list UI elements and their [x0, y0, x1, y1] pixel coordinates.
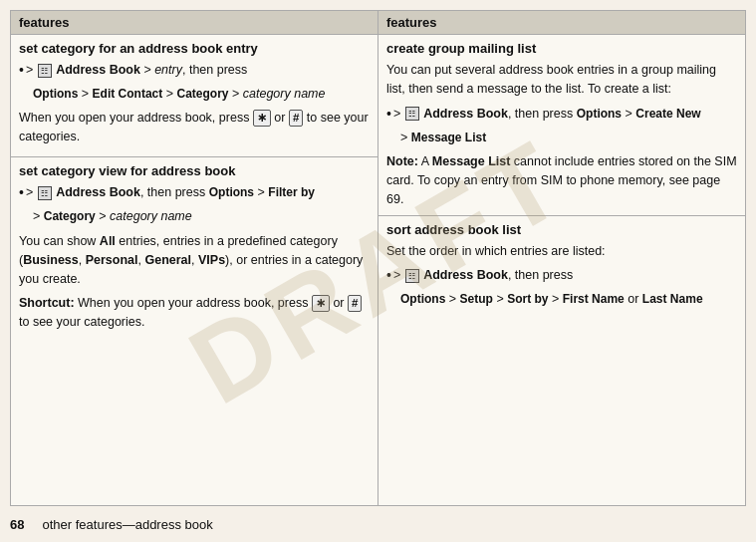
left-header: features: [11, 11, 378, 35]
group-mailing-intro: You can put several address book entries…: [386, 61, 737, 99]
section-group-mailing: create group mailing list You can put se…: [378, 35, 745, 216]
bullet-dot-4: •: [386, 265, 391, 286]
section-group-mailing-title: create group mailing list: [386, 41, 737, 56]
shortcut-text: Shortcut: When you open your address boo…: [19, 294, 370, 332]
message-list-path: > Message List: [386, 129, 737, 147]
show-all-text: You can show All entries, entries in a p…: [19, 232, 370, 288]
right-header: features: [378, 11, 745, 35]
section-set-category-title: set category for an address book entry: [19, 41, 370, 56]
hash-key: #: [289, 110, 303, 127]
footer-text: other features—address book: [42, 517, 212, 532]
options-path-1: Options > Edit Contact > Category > cate…: [19, 85, 370, 104]
section-category-view-body: • > ☷ Address Book, then press Options >…: [19, 183, 370, 332]
bullet-dot-1: •: [19, 60, 24, 81]
when-open-text: When you open your address book, press ∗…: [19, 109, 370, 146]
section-sort-address: sort address book list Set the order in …: [378, 216, 745, 506]
sort-intro: Set the order in which entries are liste…: [386, 242, 737, 261]
section-category-view: set category view for address book • > ☷…: [11, 157, 378, 505]
sort-options-path: Options > Setup > Sort by > First Name o…: [386, 290, 737, 309]
note-text: Note: A Message List cannot include entr…: [386, 152, 737, 208]
section-sort-address-body: Set the order in which entries are liste…: [386, 242, 737, 310]
hash-key-2: #: [348, 295, 362, 312]
step-text-1: > ☷ Address Book > entry, then press: [26, 61, 247, 80]
step-text-2: > ☷ Address Book, then press Options > F…: [26, 183, 315, 202]
left-column: features set category for an address boo…: [11, 11, 378, 505]
addressbook-icon-2: ☷: [38, 186, 52, 200]
addressbook-icon-4: ☷: [405, 269, 419, 283]
footer: 68 other features—address book: [0, 506, 756, 542]
addressbook-icon-3: ☷: [405, 107, 419, 121]
section-sort-address-title: sort address book list: [386, 222, 737, 237]
right-column: features create group mailing list You c…: [378, 11, 745, 505]
page-number: 68: [10, 517, 24, 532]
section-set-category: set category for an address book entry •…: [11, 35, 378, 157]
section-category-view-title: set category view for address book: [19, 163, 370, 178]
page-container: DRAFT features set category for an addre…: [0, 0, 756, 542]
addressbook-icon-1: ☷: [38, 64, 52, 78]
step-text-3: > ☷ Address Book, then press Options > C…: [393, 105, 701, 124]
options-path-2: > Category > category name: [19, 207, 370, 226]
star-key-2: ∗: [312, 295, 330, 312]
bullet-dot-2: •: [19, 182, 24, 203]
content-area: features set category for an address boo…: [10, 10, 746, 506]
bullet-dot-3: •: [386, 104, 391, 125]
star-key: ∗: [253, 110, 271, 127]
section-group-mailing-body: You can put several address book entries…: [386, 61, 737, 209]
step-text-4: > ☷ Address Book, then press: [393, 266, 573, 285]
section-set-category-body: • > ☷ Address Book > entry, then press O…: [19, 61, 370, 145]
